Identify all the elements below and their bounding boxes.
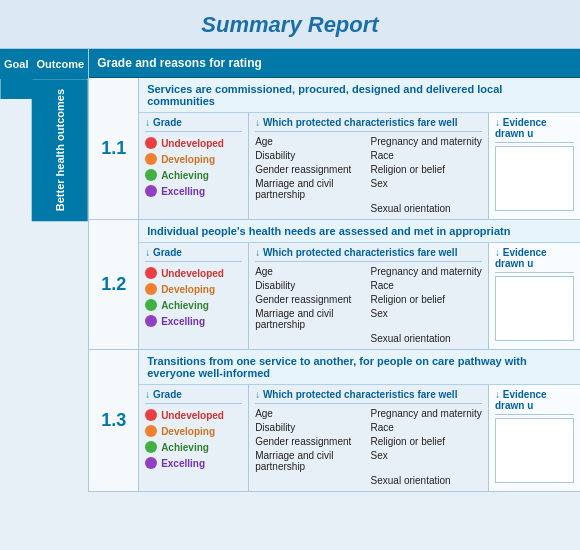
page-header: Summary Report xyxy=(0,0,580,49)
outcome-label: Better health outcomes xyxy=(32,79,88,221)
evidence-box-1-1 xyxy=(495,146,574,211)
main-content: Grade and reasons for rating 1.1 Service… xyxy=(89,49,580,492)
developing-dot-1-3 xyxy=(145,425,157,437)
section-1-1-title: Services are commissioned, procured, des… xyxy=(139,78,580,113)
evidence-box-1-2 xyxy=(495,276,574,341)
section-1-3: 1.3 Transitions from one service to anot… xyxy=(89,350,580,492)
goal-header: Goal xyxy=(0,49,32,79)
protected-subheader-1-3: ↓ Which protected characteristics fare w… xyxy=(255,389,482,404)
grade-achieving-1-3: Achieving xyxy=(145,439,242,455)
grade-developing: Developing xyxy=(145,151,242,167)
outcome-number-1-3: 1.3 xyxy=(89,350,139,491)
char-empty xyxy=(255,202,366,215)
grade-excelling: Excelling xyxy=(145,183,242,199)
grade-excelling-1-2: Excelling xyxy=(145,313,242,329)
page-title: Summary Report xyxy=(0,12,580,38)
sections-container: 1.1 Services are commissioned, procured,… xyxy=(89,78,580,492)
section-1-3-title: Transitions from one service to another,… xyxy=(139,350,580,385)
section-1-2-body: ↓ Grade Undeveloped Developing xyxy=(139,243,580,349)
char-sexual-orientation: Sexual orientation xyxy=(371,202,482,215)
outcome-header: Outcome xyxy=(32,49,88,79)
protected-subheader-1-2: ↓ Which protected characteristics fare w… xyxy=(255,247,482,262)
grade-developing-1-3: Developing xyxy=(145,423,242,439)
grade-col-1-3: ↓ Grade Undeveloped Developing xyxy=(139,385,249,491)
char-gender: Gender reassignment xyxy=(255,163,366,176)
grade-undeveloped-1-2: Undeveloped xyxy=(145,265,242,281)
developing-dot xyxy=(145,153,157,165)
char-pregnancy: Pregnancy and maternity xyxy=(371,135,482,148)
excelling-dot-1-2 xyxy=(145,315,157,327)
achieving-dot-1-3 xyxy=(145,441,157,453)
section-1-2: 1.2 Individual people's health needs are… xyxy=(89,220,580,350)
outcome-number-1-2: 1.2 xyxy=(89,220,139,349)
page-container: Summary Report Goal Outcome Better heal xyxy=(0,0,580,492)
grade-col-1-1: ↓ Grade Undeveloped Developing xyxy=(139,113,249,219)
developing-dot-1-2 xyxy=(145,283,157,295)
undeveloped-dot-1-2 xyxy=(145,267,157,279)
characteristics-grid-1-1: Age Pregnancy and maternity Disability R… xyxy=(255,135,482,215)
undeveloped-dot-1-3 xyxy=(145,409,157,421)
achieving-dot-1-2 xyxy=(145,299,157,311)
grade-undeveloped: Undeveloped xyxy=(145,135,242,151)
section-1-3-content: Transitions from one service to another,… xyxy=(139,350,580,491)
excelling-dot-1-3 xyxy=(145,457,157,469)
characteristics-grid-1-3: Age Pregnancy and maternity Disability R… xyxy=(255,407,482,487)
grade-excelling-1-3: Excelling xyxy=(145,455,242,471)
grade-subheader-1-3: ↓ Grade xyxy=(145,389,242,404)
section-1-1: 1.1 Services are commissioned, procured,… xyxy=(89,78,580,220)
left-labels: Goal Outcome Better health outcomes xyxy=(0,49,89,492)
protected-col-1-1: ↓ Which protected characteristics fare w… xyxy=(249,113,489,219)
section-1-2-content: Individual people's health needs are ass… xyxy=(139,220,580,349)
protected-subheader: ↓ Which protected characteristics fare w… xyxy=(255,117,482,132)
char-disability: Disability xyxy=(255,149,366,162)
grade-undeveloped-1-3: Undeveloped xyxy=(145,407,242,423)
achieving-dot xyxy=(145,169,157,181)
char-race: Race xyxy=(371,149,482,162)
characteristics-grid-1-2: Age Pregnancy and maternity Disability R… xyxy=(255,265,482,345)
section-1-1-body: ↓ Grade Undeveloped Developing xyxy=(139,113,580,219)
section-1-1-content: Services are commissioned, procured, des… xyxy=(139,78,580,219)
grade-col-1-2: ↓ Grade Undeveloped Developing xyxy=(139,243,249,349)
evidence-col-1-3: ↓ Evidence drawn u xyxy=(489,385,580,491)
char-age: Age xyxy=(255,135,366,148)
undeveloped-dot xyxy=(145,137,157,149)
excelling-dot xyxy=(145,185,157,197)
grade-subheader: ↓ Grade xyxy=(145,117,242,132)
section-1-3-body: ↓ Grade Undeveloped Developing xyxy=(139,385,580,491)
grade-achieving-1-2: Achieving xyxy=(145,297,242,313)
grade-developing-1-2: Developing xyxy=(145,281,242,297)
char-religion: Religion or belief xyxy=(371,163,482,176)
protected-col-1-2: ↓ Which protected characteristics fare w… xyxy=(249,243,489,349)
main-table: Goal Outcome Better health outcomes Gra xyxy=(0,49,580,492)
evidence-subheader-1-3: ↓ Evidence drawn u xyxy=(495,389,574,415)
section-1-2-title: Individual people's health needs are ass… xyxy=(139,220,580,243)
evidence-box-1-3 xyxy=(495,418,574,483)
evidence-subheader-1-2: ↓ Evidence drawn u xyxy=(495,247,574,273)
outcome-number-1-1: 1.1 xyxy=(89,78,139,219)
table-header: Grade and reasons for rating xyxy=(89,49,580,78)
char-marriage: Marriage and civil partnership xyxy=(255,177,366,201)
protected-col-1-3: ↓ Which protected characteristics fare w… xyxy=(249,385,489,491)
evidence-col-1-2: ↓ Evidence drawn u xyxy=(489,243,580,349)
grade-achieving: Achieving xyxy=(145,167,242,183)
char-sex: Sex xyxy=(371,177,482,201)
goal-label xyxy=(0,79,32,99)
evidence-subheader: ↓ Evidence drawn u xyxy=(495,117,574,143)
evidence-col-1-1: ↓ Evidence drawn u xyxy=(489,113,580,219)
grade-subheader-1-2: ↓ Grade xyxy=(145,247,242,262)
